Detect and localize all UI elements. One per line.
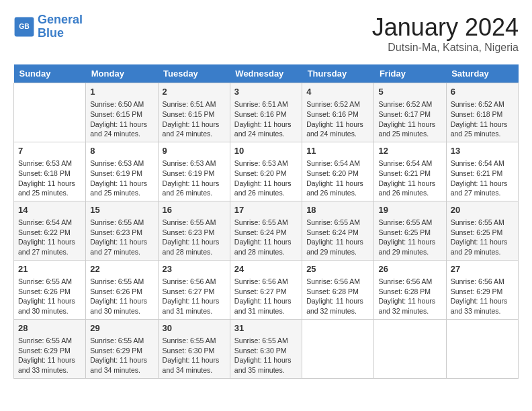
weekday-header-sunday: Sunday: [14, 64, 86, 83]
day-number: 25: [306, 263, 369, 275]
day-cell: 13Sunrise: 6:54 AMSunset: 6:21 PMDayligh…: [446, 142, 518, 201]
day-cell: 20Sunrise: 6:55 AMSunset: 6:25 PMDayligh…: [446, 201, 518, 260]
day-info: Sunrise: 6:55 AMSunset: 6:26 PMDaylight:…: [90, 277, 153, 316]
day-cell: [302, 319, 374, 378]
day-info: Sunrise: 6:51 AMSunset: 6:15 PMDaylight:…: [163, 99, 226, 139]
day-cell: 19Sunrise: 6:55 AMSunset: 6:25 PMDayligh…: [374, 201, 446, 260]
day-number: 9: [163, 145, 226, 157]
day-info: Sunrise: 6:55 AMSunset: 6:24 PMDaylight:…: [306, 218, 369, 257]
day-cell: 27Sunrise: 6:56 AMSunset: 6:29 PMDayligh…: [446, 260, 518, 319]
day-cell: 14Sunrise: 6:54 AMSunset: 6:22 PMDayligh…: [14, 201, 86, 260]
day-info: Sunrise: 6:56 AMSunset: 6:29 PMDaylight:…: [451, 277, 514, 316]
day-info: Sunrise: 6:53 AMSunset: 6:18 PMDaylight:…: [18, 158, 81, 198]
day-cell: 25Sunrise: 6:56 AMSunset: 6:28 PMDayligh…: [302, 260, 374, 319]
day-number: 18: [306, 204, 369, 216]
day-number: 16: [163, 204, 226, 216]
logo-text: General Blue: [38, 13, 83, 40]
calendar-table: SundayMondayTuesdayWednesdayThursdayFrid…: [13, 64, 519, 379]
week-row-3: 14Sunrise: 6:54 AMSunset: 6:22 PMDayligh…: [14, 201, 519, 260]
day-info: Sunrise: 6:56 AMSunset: 6:27 PMDaylight:…: [234, 277, 298, 316]
day-number: 30: [163, 322, 226, 334]
day-info: Sunrise: 6:55 AMSunset: 6:23 PMDaylight:…: [90, 218, 153, 257]
day-number: 24: [234, 263, 298, 275]
day-info: Sunrise: 6:54 AMSunset: 6:22 PMDaylight:…: [18, 218, 81, 257]
weekday-header-thursday: Thursday: [302, 64, 374, 83]
day-cell: 5Sunrise: 6:52 AMSunset: 6:17 PMDaylight…: [374, 83, 446, 142]
day-cell: 24Sunrise: 6:56 AMSunset: 6:27 PMDayligh…: [230, 260, 302, 319]
day-cell: 18Sunrise: 6:55 AMSunset: 6:24 PMDayligh…: [302, 201, 374, 260]
day-number: 29: [90, 322, 153, 334]
svg-text:GB: GB: [19, 23, 30, 30]
day-cell: 1Sunrise: 6:50 AMSunset: 6:15 PMDaylight…: [86, 83, 158, 142]
day-info: Sunrise: 6:54 AMSunset: 6:20 PMDaylight:…: [306, 158, 369, 198]
day-info: Sunrise: 6:52 AMSunset: 6:16 PMDaylight:…: [306, 99, 369, 139]
logo-icon: GB: [13, 16, 35, 38]
week-row-4: 21Sunrise: 6:55 AMSunset: 6:26 PMDayligh…: [14, 260, 519, 319]
day-number: 22: [90, 263, 153, 275]
day-info: Sunrise: 6:55 AMSunset: 6:24 PMDaylight:…: [234, 218, 298, 257]
day-cell: 7Sunrise: 6:53 AMSunset: 6:18 PMDaylight…: [14, 142, 86, 201]
day-number: 17: [234, 204, 298, 216]
day-cell: 16Sunrise: 6:55 AMSunset: 6:23 PMDayligh…: [158, 201, 230, 260]
week-row-1: 1Sunrise: 6:50 AMSunset: 6:15 PMDaylight…: [14, 83, 519, 142]
day-info: Sunrise: 6:53 AMSunset: 6:19 PMDaylight:…: [90, 158, 153, 198]
day-number: 13: [451, 145, 514, 157]
day-info: Sunrise: 6:56 AMSunset: 6:28 PMDaylight:…: [306, 277, 369, 316]
day-number: 11: [306, 145, 369, 157]
week-row-5: 28Sunrise: 6:55 AMSunset: 6:29 PMDayligh…: [14, 319, 519, 378]
day-cell: 29Sunrise: 6:55 AMSunset: 6:29 PMDayligh…: [86, 319, 158, 378]
day-number: 12: [378, 145, 441, 157]
day-cell: 28Sunrise: 6:55 AMSunset: 6:29 PMDayligh…: [14, 319, 86, 378]
day-number: 2: [163, 86, 226, 98]
day-info: Sunrise: 6:52 AMSunset: 6:17 PMDaylight:…: [378, 99, 441, 139]
day-number: 15: [90, 204, 153, 216]
day-cell: 11Sunrise: 6:54 AMSunset: 6:20 PMDayligh…: [302, 142, 374, 201]
day-number: 31: [234, 322, 298, 334]
day-info: Sunrise: 6:55 AMSunset: 6:23 PMDaylight:…: [163, 218, 226, 257]
day-info: Sunrise: 6:52 AMSunset: 6:18 PMDaylight:…: [451, 99, 514, 139]
day-info: Sunrise: 6:56 AMSunset: 6:27 PMDaylight:…: [163, 277, 226, 316]
day-number: 3: [234, 86, 298, 98]
day-number: 28: [18, 322, 81, 334]
day-number: 1: [90, 86, 153, 98]
day-number: 20: [451, 204, 514, 216]
day-cell: 30Sunrise: 6:55 AMSunset: 6:30 PMDayligh…: [158, 319, 230, 378]
location-title: Dutsin-Ma, Katsina, Nigeria: [372, 42, 519, 54]
day-cell: 8Sunrise: 6:53 AMSunset: 6:19 PMDaylight…: [86, 142, 158, 201]
logo: GB General Blue: [13, 13, 83, 40]
day-number: 19: [378, 204, 441, 216]
weekday-header-row: SundayMondayTuesdayWednesdayThursdayFrid…: [14, 64, 519, 83]
day-number: 6: [451, 86, 514, 98]
day-info: Sunrise: 6:51 AMSunset: 6:16 PMDaylight:…: [234, 99, 298, 139]
day-cell: 17Sunrise: 6:55 AMSunset: 6:24 PMDayligh…: [230, 201, 302, 260]
day-number: 21: [18, 263, 81, 275]
day-info: Sunrise: 6:55 AMSunset: 6:29 PMDaylight:…: [90, 336, 153, 375]
day-info: Sunrise: 6:50 AMSunset: 6:15 PMDaylight:…: [90, 99, 153, 139]
weekday-header-monday: Monday: [86, 64, 158, 83]
day-number: 7: [18, 145, 81, 157]
day-cell: 4Sunrise: 6:52 AMSunset: 6:16 PMDaylight…: [302, 83, 374, 142]
day-number: 4: [306, 86, 369, 98]
week-row-2: 7Sunrise: 6:53 AMSunset: 6:18 PMDaylight…: [14, 142, 519, 201]
day-number: 8: [90, 145, 153, 157]
day-info: Sunrise: 6:54 AMSunset: 6:21 PMDaylight:…: [378, 158, 441, 198]
day-cell: 10Sunrise: 6:53 AMSunset: 6:20 PMDayligh…: [230, 142, 302, 201]
day-number: 27: [451, 263, 514, 275]
weekday-header-saturday: Saturday: [446, 64, 518, 83]
day-number: 10: [234, 145, 298, 157]
day-cell: 6Sunrise: 6:52 AMSunset: 6:18 PMDaylight…: [446, 83, 518, 142]
day-number: 23: [163, 263, 226, 275]
month-title: January 2024: [372, 13, 519, 42]
day-cell: [446, 319, 518, 378]
day-info: Sunrise: 6:55 AMSunset: 6:29 PMDaylight:…: [18, 336, 81, 375]
day-info: Sunrise: 6:53 AMSunset: 6:20 PMDaylight:…: [234, 158, 298, 198]
day-info: Sunrise: 6:53 AMSunset: 6:19 PMDaylight:…: [163, 158, 226, 198]
day-number: 5: [378, 86, 441, 98]
day-info: Sunrise: 6:55 AMSunset: 6:30 PMDaylight:…: [163, 336, 226, 375]
day-cell: 23Sunrise: 6:56 AMSunset: 6:27 PMDayligh…: [158, 260, 230, 319]
day-cell: [374, 319, 446, 378]
day-number: 26: [378, 263, 441, 275]
day-cell: 3Sunrise: 6:51 AMSunset: 6:16 PMDaylight…: [230, 83, 302, 142]
day-cell: 31Sunrise: 6:55 AMSunset: 6:30 PMDayligh…: [230, 319, 302, 378]
day-cell: 21Sunrise: 6:55 AMSunset: 6:26 PMDayligh…: [14, 260, 86, 319]
